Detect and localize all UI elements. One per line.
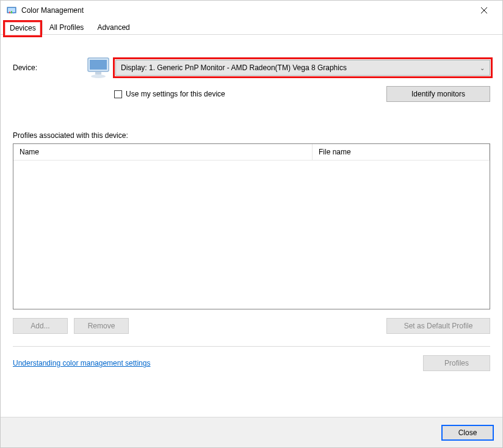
svg-point-10 (91, 74, 106, 78)
use-my-settings-checkbox[interactable] (114, 90, 122, 98)
app-icon (7, 5, 16, 15)
identify-monitors-button[interactable]: Identify monitors (386, 86, 490, 102)
profiles-button[interactable]: Profiles (423, 355, 490, 371)
tab-advanced[interactable]: Advanced (90, 20, 136, 34)
profiles-listbox[interactable]: Name File name (13, 143, 490, 309)
device-dropdown-wrap: Display: 1. Generic PnP Monitor - AMD Ra… (115, 60, 490, 76)
monitor-icon (86, 56, 112, 80)
svg-rect-9 (95, 72, 101, 74)
device-dropdown[interactable]: Display: 1. Generic PnP Monitor - AMD Ra… (115, 60, 490, 76)
use-my-settings-checkbox-wrap: Use my settings for this device (114, 90, 225, 98)
svg-rect-8 (90, 60, 107, 70)
tab-content: Device: Display: 1. Generic PnP Monitor … (1, 35, 502, 380)
remove-button[interactable]: Remove (74, 318, 129, 334)
close-button[interactable]: Close (441, 425, 494, 441)
profiles-section-label: Profiles associated with this device: (13, 131, 490, 140)
profiles-buttons-left: Add... Remove (13, 318, 129, 334)
bottom-row: Understanding color management settings … (13, 355, 490, 371)
add-button[interactable]: Add... (13, 318, 68, 334)
help-link[interactable]: Understanding color management settings (13, 359, 150, 367)
device-row: Device: Display: 1. Generic PnP Monitor … (13, 56, 490, 80)
window-title: Color Management (21, 6, 472, 15)
svg-rect-2 (9, 12, 10, 13)
title-bar: Color Management (1, 1, 502, 20)
device-dropdown-value: Display: 1. Generic PnP Monitor - AMD Ra… (121, 63, 347, 72)
svg-rect-3 (11, 11, 12, 13)
device-options-row: Use my settings for this device Identify… (114, 86, 490, 102)
use-my-settings-label: Use my settings for this device (126, 90, 225, 98)
column-header-name[interactable]: Name (13, 144, 313, 160)
tab-all-profiles[interactable]: All Profiles (43, 20, 91, 34)
svg-rect-4 (13, 12, 14, 13)
tab-strip: Devices All Profiles Advanced (1, 20, 502, 35)
footer-bar: Close (1, 417, 502, 447)
close-icon[interactable] (472, 1, 496, 20)
column-header-file[interactable]: File name (313, 144, 490, 160)
list-header: Name File name (13, 144, 490, 161)
color-management-window: Color Management Devices All Profiles Ad… (0, 0, 503, 448)
profiles-buttons-row: Add... Remove Set as Default Profile (13, 318, 490, 334)
divider (13, 346, 490, 347)
device-label: Device: (13, 63, 86, 72)
set-default-profile-button[interactable]: Set as Default Profile (386, 318, 490, 334)
chevron-down-icon: ⌄ (480, 65, 485, 71)
tab-devices[interactable]: Devices (3, 21, 43, 35)
